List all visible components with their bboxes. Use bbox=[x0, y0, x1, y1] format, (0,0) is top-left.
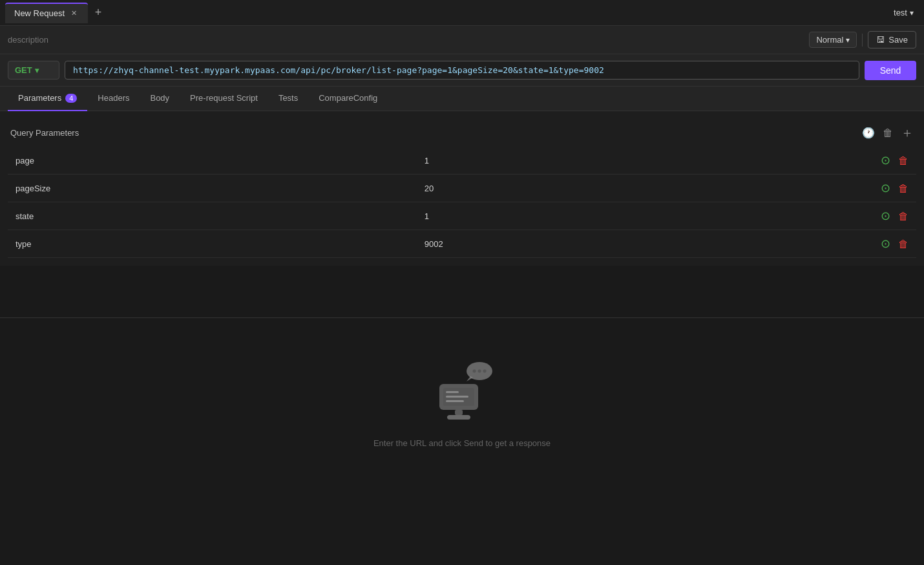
param-key: pageSize bbox=[8, 175, 417, 202]
workspace-selector[interactable]: test bbox=[888, 5, 919, 20]
tabs-nav: Parameters 4 Headers Body Pre-request Sc… bbox=[0, 87, 924, 111]
svg-rect-9 bbox=[446, 391, 459, 393]
query-params-header: Query Parameters 🕐 🗑 ＋ bbox=[8, 119, 916, 147]
method-selector[interactable]: GET bbox=[8, 61, 59, 80]
response-area: Enter the URL and click Send to get a re… bbox=[0, 317, 924, 487]
toolbar-divider bbox=[862, 34, 863, 47]
table-row: pageSize20 ⊙ 🗑 bbox=[8, 175, 916, 202]
svg-rect-10 bbox=[446, 396, 468, 398]
method-label: GET bbox=[15, 65, 32, 75]
response-hint: Enter the URL and click Send to get a re… bbox=[373, 438, 551, 448]
url-input[interactable] bbox=[65, 61, 859, 80]
tab-prerequest[interactable]: Pre-request Script bbox=[180, 87, 268, 111]
query-params-title: Query Parameters bbox=[10, 128, 79, 138]
param-key: type bbox=[8, 230, 417, 258]
delete-row-icon[interactable]: 🗑 bbox=[898, 183, 908, 194]
robot-illustration bbox=[426, 357, 498, 428]
tab-close-icon[interactable]: ✕ bbox=[68, 8, 79, 19]
delete-row-icon[interactable]: 🗑 bbox=[898, 211, 908, 222]
history-icon[interactable]: 🕐 bbox=[862, 127, 875, 139]
send-button[interactable]: Send bbox=[865, 61, 916, 80]
tab-label: New Request bbox=[14, 8, 65, 18]
param-key: page bbox=[8, 147, 417, 175]
delete-row-icon[interactable]: 🗑 bbox=[898, 155, 908, 166]
tab-parameters-badge: 4 bbox=[65, 94, 77, 103]
param-value: 9002 bbox=[417, 230, 871, 258]
tab-tests[interactable]: Tests bbox=[268, 87, 308, 111]
toolbar-right: Normal 🖫 Save bbox=[809, 31, 916, 48]
tab-headers[interactable]: Headers bbox=[87, 87, 140, 111]
svg-rect-8 bbox=[447, 415, 470, 420]
svg-point-2 bbox=[473, 370, 476, 373]
env-chevron-icon bbox=[846, 35, 850, 45]
toolbar: Normal 🖫 Save bbox=[0, 26, 924, 54]
row-actions: ⊙ 🗑 bbox=[871, 147, 916, 175]
row-actions: ⊙ 🗑 bbox=[871, 175, 916, 202]
check-icon[interactable]: ⊙ bbox=[881, 182, 890, 195]
tab-compareconfig-label: CompareConfig bbox=[319, 93, 377, 103]
table-row: page1 ⊙ 🗑 bbox=[8, 147, 916, 175]
row-actions: ⊙ 🗑 bbox=[871, 202, 916, 230]
tab-new-request[interactable]: New Request ✕ bbox=[5, 3, 88, 23]
check-icon[interactable]: ⊙ bbox=[881, 154, 890, 167]
table-row: state1 ⊙ 🗑 bbox=[8, 202, 916, 230]
svg-point-4 bbox=[483, 370, 487, 373]
save-button[interactable]: 🖫 Save bbox=[868, 31, 916, 48]
params-table: page1 ⊙ 🗑 pageSize20 ⊙ 🗑 state1 ⊙ 🗑 type… bbox=[8, 147, 916, 258]
tab-compareconfig[interactable]: CompareConfig bbox=[308, 87, 388, 111]
svg-point-3 bbox=[478, 370, 481, 373]
tab-prerequest-label: Pre-request Script bbox=[190, 93, 258, 103]
check-icon[interactable]: ⊙ bbox=[881, 237, 890, 250]
tab-add-button[interactable]: + bbox=[90, 5, 106, 21]
param-value: 1 bbox=[417, 202, 871, 230]
tab-body-label: Body bbox=[150, 93, 169, 103]
workspace-name-label: test bbox=[894, 8, 907, 17]
tab-bar: New Request ✕ + test bbox=[0, 0, 924, 26]
tab-bar-right: test bbox=[888, 5, 919, 20]
param-value: 1 bbox=[417, 147, 871, 175]
svg-rect-7 bbox=[455, 410, 463, 415]
workspace-chevron-icon bbox=[910, 8, 914, 17]
svg-rect-11 bbox=[446, 400, 464, 402]
send-label: Send bbox=[880, 65, 901, 76]
env-selector[interactable]: Normal bbox=[809, 32, 857, 48]
method-chevron-icon bbox=[35, 65, 39, 75]
delete-all-icon[interactable]: 🗑 bbox=[883, 127, 893, 139]
table-row: type9002 ⊙ 🗑 bbox=[8, 230, 916, 258]
save-label: Save bbox=[888, 35, 908, 45]
section-actions: 🕐 🗑 ＋ bbox=[862, 124, 914, 142]
tab-body[interactable]: Body bbox=[140, 87, 180, 111]
param-key: state bbox=[8, 202, 417, 230]
url-bar: GET Send bbox=[0, 54, 924, 87]
tab-tests-label: Tests bbox=[278, 93, 298, 103]
tab-parameters-label: Parameters bbox=[18, 93, 61, 103]
tab-headers-label: Headers bbox=[98, 93, 129, 103]
env-label: Normal bbox=[816, 35, 843, 45]
row-actions: ⊙ 🗑 bbox=[871, 230, 916, 258]
description-input[interactable] bbox=[8, 35, 804, 45]
param-value: 20 bbox=[417, 175, 871, 202]
content-area: Query Parameters 🕐 🗑 ＋ page1 ⊙ 🗑 pageSiz… bbox=[0, 111, 924, 266]
delete-row-icon[interactable]: 🗑 bbox=[898, 239, 908, 250]
tab-parameters[interactable]: Parameters 4 bbox=[8, 87, 87, 111]
add-param-icon[interactable]: ＋ bbox=[901, 124, 914, 142]
save-icon: 🖫 bbox=[876, 35, 885, 45]
check-icon[interactable]: ⊙ bbox=[881, 209, 890, 222]
